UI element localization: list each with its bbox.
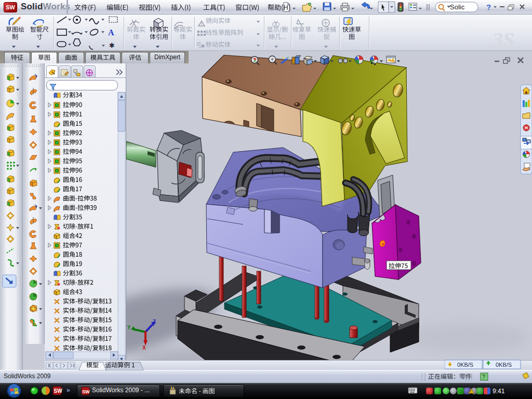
svg-text:Z: Z [153, 319, 156, 325]
svg-text:✱: ✱ [109, 42, 115, 49]
svg-text:X: X [142, 345, 146, 351]
svg-text:A: A [108, 28, 114, 37]
svg-text:!: ! [470, 389, 471, 394]
svg-text:3S: 3S [492, 28, 514, 51]
svg-text:Y: Y [127, 325, 131, 330]
svg-text:0KB/S: 0KB/S [496, 362, 512, 368]
svg-text:0KB/S: 0KB/S [457, 362, 473, 368]
svg-text:?: ? [486, 3, 491, 11]
svg-text:?: ? [482, 374, 485, 380]
svg-text:SW: SW [82, 389, 90, 394]
